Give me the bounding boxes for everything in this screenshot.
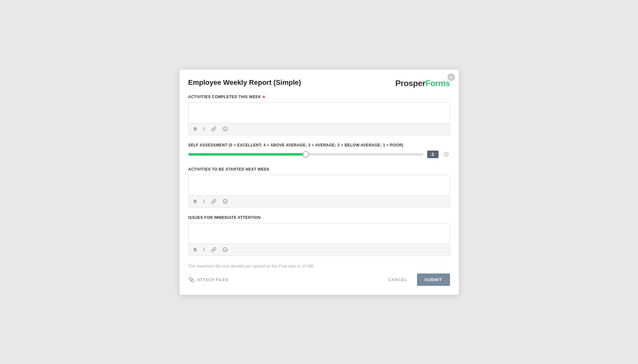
activities-next-week-input[interactable] <box>189 175 450 194</box>
slider-row: 3 <box>188 151 450 158</box>
slider-clear-button[interactable] <box>442 151 450 158</box>
activities-next-week-editor: B I <box>188 175 450 208</box>
activities-next-week-label: ACTIVITIES TO BE STARTED NEXT WEEK <box>188 167 450 172</box>
activities-next-week-toolbar: B I <box>189 195 450 207</box>
issues-section: ISSUES FOR IMMEDIATE ATTENTION B I <box>188 215 450 256</box>
emoji-button-2[interactable] <box>221 198 229 205</box>
required-indicator: ★ <box>262 95 266 99</box>
modal-overlay: × Employee Weekly Report (Simple) Prospe… <box>179 70 459 295</box>
form-footer: 📎 ATTACH FILES CANCEL SUBMIT <box>188 273 450 286</box>
link-button-2[interactable] <box>210 198 218 205</box>
brand-prosper: Prosper <box>395 78 426 88</box>
brand-logo: ProsperForms <box>395 78 450 88</box>
activities-completed-section: ACTIVITIES COMPLETED THIS WEEK★ B I <box>188 95 450 135</box>
submit-button[interactable]: SUBMIT <box>417 273 450 286</box>
footer-actions: CANCEL SUBMIT <box>384 273 450 286</box>
activities-completed-label: ACTIVITIES COMPLETED THIS WEEK★ <box>188 95 450 99</box>
attach-icon: 📎 <box>188 277 195 283</box>
attach-label: ATTACH FILES <box>197 277 228 282</box>
modal-title: Employee Weekly Report (Simple) <box>188 78 301 87</box>
issues-editor: B I <box>188 223 450 256</box>
cancel-button[interactable]: CANCEL <box>384 274 412 285</box>
file-info: The maximum file size allowed per upload… <box>188 264 450 268</box>
italic-button-1[interactable]: I <box>202 126 206 132</box>
activities-completed-input[interactable] <box>189 103 450 122</box>
modal-container: × Employee Weekly Report (Simple) Prospe… <box>179 70 459 295</box>
link-button-1[interactable] <box>210 126 218 132</box>
self-assessment-section: SELF ASSESSMENT (5 = EXCELLENT; 4 = ABOV… <box>188 143 450 158</box>
issues-label: ISSUES FOR IMMEDIATE ATTENTION <box>188 215 450 220</box>
self-assessment-label: SELF ASSESSMENT (5 = EXCELLENT; 4 = ABOV… <box>188 143 450 147</box>
emoji-button-1[interactable] <box>221 126 229 132</box>
activities-next-week-section: ACTIVITIES TO BE STARTED NEXT WEEK B I <box>188 167 450 208</box>
self-assessment-slider[interactable] <box>188 153 423 156</box>
bold-button-1[interactable]: B <box>192 126 198 132</box>
bold-button-2[interactable]: B <box>192 198 198 205</box>
italic-button-2[interactable]: I <box>202 198 206 205</box>
link-button-3[interactable] <box>210 246 218 253</box>
attach-files-button[interactable]: 📎 ATTACH FILES <box>188 277 228 283</box>
issues-input[interactable] <box>189 223 450 242</box>
slider-value-badge: 3 <box>427 151 439 158</box>
bold-button-3[interactable]: B <box>192 246 198 253</box>
activities-completed-editor: B I <box>188 102 450 135</box>
svg-point-11 <box>223 247 227 252</box>
issues-toolbar: B I <box>189 244 450 256</box>
svg-point-0 <box>223 127 227 131</box>
svg-point-7 <box>223 199 227 203</box>
close-button[interactable]: × <box>447 73 455 81</box>
activities-completed-toolbar: B I <box>189 123 450 135</box>
modal-header: Employee Weekly Report (Simple) ProsperF… <box>188 78 450 88</box>
italic-button-3[interactable]: I <box>202 246 206 253</box>
brand-forms: Forms <box>426 78 450 88</box>
emoji-button-3[interactable] <box>221 246 229 253</box>
